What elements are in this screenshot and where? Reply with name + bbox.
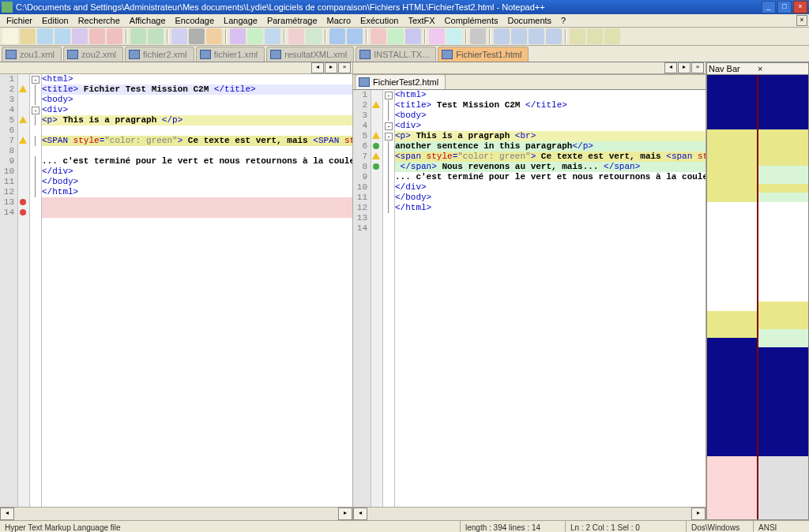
toolbar-button[interactable]	[371, 28, 386, 44]
tab[interactable]: fichier2.xml	[125, 47, 194, 62]
toolbar-button[interactable]	[570, 28, 585, 44]
tab[interactable]: zou2.xml	[63, 47, 123, 62]
scroll-left-button[interactable]: ◂	[353, 508, 367, 520]
menu-documents[interactable]: Documents	[502, 16, 556, 25]
scroll-right-button[interactable]: ▸	[338, 508, 352, 520]
nav-segment[interactable]	[758, 75, 808, 129]
navbar-title[interactable]: Nav Bar ×	[706, 62, 809, 75]
scroll-left-button[interactable]: ◂	[0, 508, 14, 520]
toolbar-button[interactable]	[329, 28, 345, 44]
nav-segment[interactable]	[758, 129, 808, 166]
toolbar-button[interactable]	[72, 28, 88, 44]
menu-?[interactable]: ?	[556, 16, 570, 25]
menu-compléments[interactable]: Compléments	[440, 16, 503, 25]
toolbar-button[interactable]	[130, 28, 146, 44]
horizontal-scrollbar[interactable]: ◂ ▸	[353, 507, 706, 520]
nav-segment[interactable]	[758, 302, 808, 328]
nav-prev-button[interactable]: ◂	[664, 62, 677, 73]
tab[interactable]: FichierTest2.html	[355, 74, 446, 89]
pane-close-button[interactable]: ×	[796, 15, 807, 26]
toolbar-button[interactable]	[288, 28, 304, 44]
code-area[interactable]: <html><title> Fichier Test Mission C2M <…	[42, 74, 352, 507]
nav-segment[interactable]	[707, 456, 757, 519]
close-button[interactable]: ×	[793, 1, 807, 13]
minimize-button[interactable]: _	[762, 1, 776, 13]
fold-gutter[interactable]	[30, 74, 42, 507]
toolbar-button[interactable]	[446, 28, 462, 44]
nav-segment[interactable]	[758, 166, 808, 184]
nav-segment[interactable]	[707, 193, 757, 201]
menu-fichier[interactable]: Fichier	[2, 16, 37, 25]
toolbar-button[interactable]	[89, 28, 105, 44]
menubar[interactable]: FichierEditionRechercheAffichageEncodage…	[0, 14, 809, 28]
toolbar-button[interactable]	[429, 28, 445, 44]
right-editor[interactable]: 1234567891011121314 <html><title> Test M…	[353, 90, 706, 507]
menu-langage[interactable]: Langage	[219, 16, 262, 25]
nav-col-left[interactable]	[707, 75, 758, 519]
scroll-right-button[interactable]: ▸	[691, 508, 706, 520]
nav-segment[interactable]	[707, 311, 757, 338]
nav-segment[interactable]	[758, 329, 808, 347]
tab[interactable]: INSTALL.TX...	[356, 47, 436, 62]
menu-paramétrage[interactable]: Paramétrage	[262, 16, 322, 25]
nav-segment[interactable]	[758, 202, 808, 302]
menu-recherche[interactable]: Recherche	[73, 16, 125, 25]
restore-button[interactable]: □	[777, 1, 792, 13]
nav-segment[interactable]	[707, 338, 757, 455]
toolbar-button[interactable]	[546, 28, 562, 44]
menu-encodage[interactable]: Encodage	[171, 16, 220, 25]
toolbar-button[interactable]	[107, 28, 122, 44]
code-area[interactable]: <html><title> Test Mission C2M </title><…	[395, 90, 706, 507]
toolbar-button[interactable]	[470, 28, 486, 44]
tab[interactable]: resultatXML.xml	[266, 47, 354, 62]
nav-segment[interactable]	[707, 75, 757, 129]
menu-exécution[interactable]: Exécution	[356, 16, 403, 25]
toolbar-button[interactable]	[2, 28, 18, 44]
horizontal-scrollbar[interactable]: ◂ ▸	[0, 507, 352, 520]
menu-textfx[interactable]: TextFX	[403, 16, 439, 25]
toolbar-button[interactable]	[265, 28, 280, 44]
toolbar-button[interactable]	[206, 28, 222, 44]
menu-affichage[interactable]: Affichage	[125, 16, 171, 25]
tab[interactable]: fichier1.xml	[196, 47, 265, 62]
nav-prev-button[interactable]: ◂	[311, 62, 324, 73]
nav-segment[interactable]	[758, 347, 808, 456]
scroll-track[interactable]	[14, 508, 338, 520]
tab[interactable]: zou1.xml	[2, 47, 62, 62]
nav-segment[interactable]	[758, 184, 808, 193]
toolbar-button[interactable]	[347, 28, 363, 44]
toolbar-button[interactable]	[529, 28, 544, 44]
toolbar-button[interactable]	[148, 28, 164, 44]
toolbar-button[interactable]	[388, 28, 404, 44]
toolbar-button[interactable]	[604, 28, 620, 44]
nav-next-button[interactable]: ▸	[325, 62, 337, 73]
nav-col-right[interactable]	[758, 75, 808, 519]
nav-close-button[interactable]: ×	[691, 62, 704, 73]
toolbar-button[interactable]	[55, 28, 70, 44]
fold-gutter[interactable]	[383, 90, 395, 507]
toolbar-button[interactable]	[587, 28, 603, 44]
navbar-close-icon[interactable]: ×	[758, 64, 807, 73]
toolbar-button[interactable]	[189, 28, 205, 44]
toolbar-button[interactable]	[230, 28, 246, 44]
nav-map[interactable]	[706, 75, 809, 520]
nav-next-button[interactable]: ▸	[678, 62, 690, 73]
tab[interactable]: FichierTest1.html	[438, 47, 529, 62]
toolbar-button[interactable]	[20, 28, 36, 44]
toolbar-button[interactable]	[247, 28, 263, 44]
toolbar-button[interactable]	[494, 28, 510, 44]
nav-segment[interactable]	[707, 202, 757, 311]
toolbar-button[interactable]	[405, 28, 421, 44]
nav-segment[interactable]	[707, 129, 757, 193]
nav-close-button[interactable]: ×	[338, 62, 351, 73]
toolbar-button[interactable]	[171, 28, 187, 44]
toolbar-button[interactable]	[306, 28, 322, 44]
nav-segment[interactable]	[758, 193, 808, 201]
nav-segment[interactable]	[758, 456, 808, 519]
menu-macro[interactable]: Macro	[322, 16, 356, 25]
toolbar-button[interactable]	[511, 28, 527, 44]
toolbar-button[interactable]	[37, 28, 53, 44]
scroll-track[interactable]	[367, 508, 691, 520]
left-editor[interactable]: 1234567891011121314 <html><title> Fichie…	[0, 74, 352, 507]
menu-edition[interactable]: Edition	[37, 16, 73, 25]
